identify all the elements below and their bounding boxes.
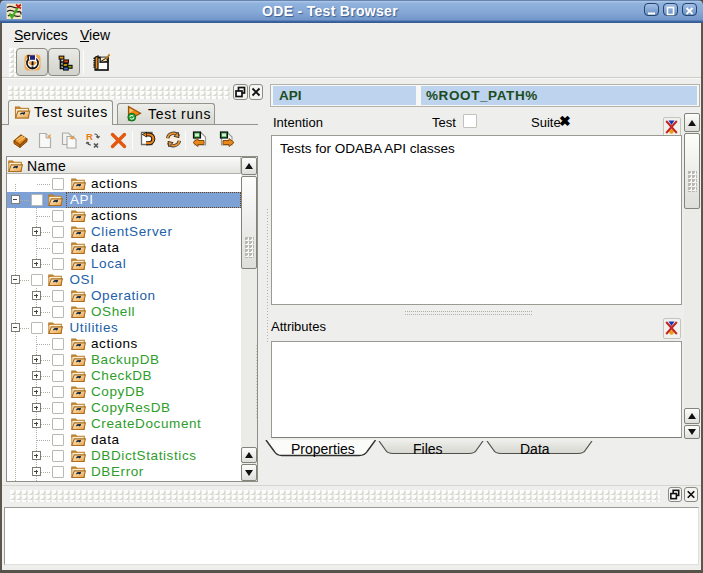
svg-text:R: R <box>86 132 93 142</box>
